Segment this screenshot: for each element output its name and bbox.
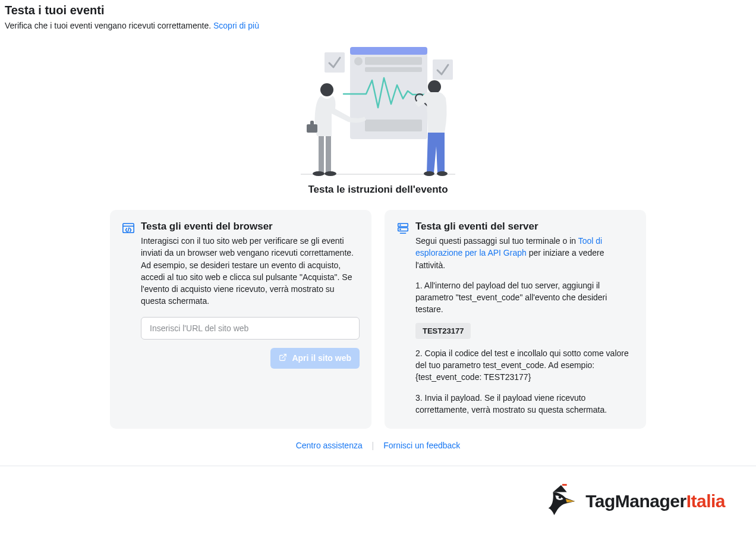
- svg-line-24: [282, 354, 286, 358]
- server-icon: [396, 222, 410, 235]
- svg-point-31: [559, 496, 561, 498]
- svg-rect-12: [319, 136, 324, 173]
- svg-point-15: [325, 171, 336, 176]
- website-url-input[interactable]: [141, 317, 360, 340]
- external-link-icon: [279, 353, 287, 363]
- svg-point-19: [424, 171, 434, 176]
- svg-rect-30: [562, 484, 567, 486]
- test-event-code: TEST23177: [415, 323, 471, 339]
- svg-point-16: [428, 80, 441, 93]
- svg-rect-6: [365, 57, 422, 65]
- test-events-illustration: [289, 42, 467, 179]
- svg-rect-7: [365, 67, 422, 72]
- svg-rect-8: [365, 120, 422, 131]
- browser-events-card: Testa gli eventi del browser Interagisci…: [110, 210, 371, 429]
- hero-title: Testa le istruzioni dell'evento: [27, 184, 729, 196]
- server-card-title: Testa gli eventi del server: [415, 221, 634, 233]
- svg-rect-1: [325, 52, 345, 73]
- subtitle-text: Verifica che i tuoi eventi vengano ricev…: [5, 21, 213, 30]
- svg-line-23: [128, 228, 129, 232]
- help-center-link[interactable]: Centro assistenza: [296, 441, 363, 450]
- svg-point-14: [313, 171, 325, 176]
- svg-rect-2: [433, 59, 453, 80]
- brand-bird-icon: [543, 482, 579, 520]
- branding-footer: TagManagerItalia: [0, 466, 756, 548]
- browser-card-desc: Interagisci con il tuo sito web per veri…: [141, 235, 360, 307]
- browser-card-title: Testa gli eventi del browser: [141, 221, 360, 233]
- server-step-3: 3. Invia il payload. Se il payload viene…: [415, 392, 634, 416]
- browser-icon: [122, 222, 135, 235]
- svg-point-28: [400, 229, 401, 230]
- brand-wordmark: TagManagerItalia: [585, 491, 725, 511]
- svg-rect-4: [350, 47, 427, 55]
- feedback-link[interactable]: Fornisci un feedback: [383, 441, 460, 450]
- svg-point-5: [354, 57, 363, 65]
- learn-more-link[interactable]: Scopri di più: [213, 21, 259, 30]
- brand-accent: Italia: [686, 491, 725, 511]
- page-title: Testa i tuoi eventi: [5, 4, 751, 17]
- open-website-label: Apri il sito web: [292, 353, 351, 363]
- server-step-1: 1. All'interno del payload del tuo serve…: [415, 279, 634, 316]
- footer-links: Centro assistenza | Fornisci un feedback: [27, 429, 729, 466]
- brand-pre: TagManager: [585, 491, 686, 511]
- page-subtitle: Verifica che i tuoi eventi vengano ricev…: [5, 21, 751, 30]
- svg-rect-13: [326, 136, 331, 173]
- svg-point-9: [320, 83, 333, 96]
- svg-rect-10: [307, 124, 317, 133]
- server-step-2: 2. Copia il codice del test e incollalo …: [415, 347, 634, 384]
- footer-separator: |: [372, 441, 374, 450]
- server-events-card: Testa gli eventi del server Segui questi…: [385, 210, 646, 429]
- open-website-button[interactable]: Apri il sito web: [270, 348, 360, 369]
- server-card-intro: Segui questi passaggi sul tuo terminale …: [415, 235, 634, 271]
- svg-point-27: [400, 225, 401, 225]
- svg-rect-11: [310, 121, 314, 125]
- server-intro-pre: Segui questi passaggi sul tuo terminale …: [415, 236, 578, 246]
- svg-point-20: [437, 171, 448, 176]
